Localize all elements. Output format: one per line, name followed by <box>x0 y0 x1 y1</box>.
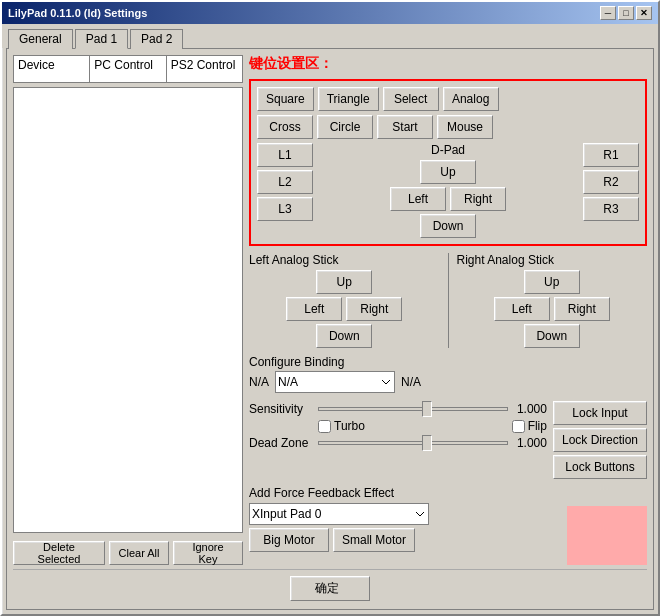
force-feedback-dropdown-row: XInput Pad 0 <box>249 503 559 525</box>
configure-binding-section: Configure Binding N/A N/A N/A <box>249 355 647 393</box>
right-analog-left-button[interactable]: Left <box>494 297 550 321</box>
left-analog-label: Left Analog Stick <box>249 253 338 267</box>
tab-bar: General Pad 1 Pad 2 <box>2 24 658 48</box>
pc-control-col-header: PC Control <box>90 56 166 82</box>
section-title: 键位设置区： <box>249 55 647 73</box>
ps2-control-col-header: PS2 Control <box>167 56 242 82</box>
flip-label: Flip <box>528 419 547 433</box>
motor-buttons-row: Big Motor Small Motor <box>249 528 559 552</box>
clear-all-button[interactable]: Clear All <box>109 541 169 565</box>
tab-pad2[interactable]: Pad 2 <box>130 29 183 49</box>
left-analog-up-row: Up <box>249 270 440 294</box>
minimize-button[interactable]: ─ <box>600 6 616 20</box>
lock-input-button[interactable]: Lock Input <box>553 401 647 425</box>
cross-button[interactable]: Cross <box>257 115 313 139</box>
dpad-down-button[interactable]: Down <box>420 214 476 238</box>
l3-button[interactable]: L3 <box>257 197 313 221</box>
tab-pad1[interactable]: Pad 1 <box>75 29 128 49</box>
start-button[interactable]: Start <box>377 115 433 139</box>
lock-buttons-section: Lock Input Lock Direction Lock Buttons <box>553 401 647 479</box>
window-controls: ─ □ ✕ <box>600 6 652 20</box>
sensitivity-thumb[interactable] <box>422 401 432 417</box>
sliders-section: Sensitivity 1.000 Tu <box>249 401 547 453</box>
dpad-left-button[interactable]: Left <box>390 187 446 211</box>
deadzone-thumb[interactable] <box>422 435 432 451</box>
device-list <box>13 87 243 533</box>
footer-buttons: Delete Selected Clear All Ignore Key <box>13 541 243 565</box>
left-analog-down-button[interactable]: Down <box>316 324 372 348</box>
circle-button[interactable]: Circle <box>317 115 373 139</box>
lock-buttons-button[interactable]: Lock Buttons <box>553 455 647 479</box>
main-row: Device PC Control PS2 Control Delete Sel… <box>13 55 647 565</box>
right-analog-right-button[interactable]: Right <box>554 297 610 321</box>
l1-button[interactable]: L1 <box>257 143 313 167</box>
dpad-label: D-Pad <box>431 143 465 157</box>
dpad-up-button[interactable]: Up <box>420 160 476 184</box>
right-analog-up-row: Up <box>457 270 648 294</box>
analog-button[interactable]: Analog <box>443 87 499 111</box>
left-panel: Device PC Control PS2 Control Delete Sel… <box>13 55 243 565</box>
pink-area <box>567 506 647 565</box>
r1-button[interactable]: R1 <box>583 143 639 167</box>
dpad-lr: Left Right <box>390 187 506 211</box>
right-analog-stick: Right Analog Stick Up Left Right Down <box>457 253 648 348</box>
configure-binding-label: Configure Binding <box>249 355 647 369</box>
left-analog-up-button[interactable]: Up <box>316 270 372 294</box>
ignore-key-button[interactable]: Ignore Key <box>173 541 243 565</box>
btn-row-2: Cross Circle Start Mouse <box>257 115 639 139</box>
flip-checkbox[interactable] <box>512 420 525 433</box>
deadzone-label: Dead Zone <box>249 436 314 450</box>
r-buttons: R1 R2 R3 <box>583 143 639 221</box>
maximize-button[interactable]: □ <box>618 6 634 20</box>
binding-dropdown[interactable]: N/A <box>275 371 395 393</box>
deadzone-slider-track <box>318 435 508 451</box>
turbo-checkbox-label[interactable]: Turbo <box>318 419 365 433</box>
r3-button[interactable]: R3 <box>583 197 639 221</box>
force-feedback-dropdown[interactable]: XInput Pad 0 <box>249 503 429 525</box>
window-title: LilyPad 0.11.0 (ld) Settings <box>8 7 147 19</box>
mouse-button[interactable]: Mouse <box>437 115 493 139</box>
right-analog-down-button[interactable]: Down <box>524 324 580 348</box>
confirm-button[interactable]: 确定 <box>290 576 370 601</box>
sliders-and-lock: Sensitivity 1.000 Tu <box>249 401 647 479</box>
footer-confirm: 确定 <box>13 569 647 603</box>
sensitivity-label: Sensitivity <box>249 402 314 416</box>
force-feedback-label: Add Force Feedback Effect <box>249 486 559 500</box>
big-motor-button[interactable]: Big Motor <box>249 528 329 552</box>
button-grid-area: Square Triangle Select Analog Cross Circ… <box>249 79 647 246</box>
square-button[interactable]: Square <box>257 87 314 111</box>
turbo-flip-row: Turbo Flip <box>249 419 547 433</box>
title-bar: LilyPad 0.11.0 (ld) Settings ─ □ ✕ <box>2 2 658 24</box>
sensitivity-row: Sensitivity 1.000 <box>249 401 547 417</box>
delete-selected-button[interactable]: Delete Selected <box>13 541 105 565</box>
triangle-button[interactable]: Triangle <box>318 87 379 111</box>
select-button[interactable]: Select <box>383 87 439 111</box>
lock-direction-button[interactable]: Lock Direction <box>553 428 647 452</box>
left-analog-down-row: Down <box>249 324 440 348</box>
left-analog-left-button[interactable]: Left <box>286 297 342 321</box>
analog-sticks-row: Left Analog Stick Up Left Right Down <box>249 253 647 348</box>
deadzone-track <box>318 441 508 445</box>
btn-row-1: Square Triangle Select Analog <box>257 87 639 111</box>
small-motor-button[interactable]: Small Motor <box>333 528 415 552</box>
dpad-right-button[interactable]: Right <box>450 187 506 211</box>
flip-checkbox-label[interactable]: Flip <box>512 419 547 433</box>
l2-button[interactable]: L2 <box>257 170 313 194</box>
deadzone-value: 1.000 <box>512 436 547 450</box>
turbo-label: Turbo <box>334 419 365 433</box>
r2-button[interactable]: R2 <box>583 170 639 194</box>
sensitivity-slider-track <box>318 401 508 417</box>
right-analog-label: Right Analog Stick <box>457 253 554 267</box>
tab-general[interactable]: General <box>8 29 73 49</box>
right-analog-up-button[interactable]: Up <box>524 270 580 294</box>
binding-val1: N/A <box>249 375 269 389</box>
force-feedback-section: Add Force Feedback Effect XInput Pad 0 B… <box>249 486 647 565</box>
turbo-checkbox[interactable] <box>318 420 331 433</box>
close-button[interactable]: ✕ <box>636 6 652 20</box>
right-analog-down-row: Down <box>457 324 648 348</box>
content-area: Device PC Control PS2 Control Delete Sel… <box>6 48 654 610</box>
l-buttons: L1 L2 L3 <box>257 143 313 221</box>
device-col-header: Device <box>14 56 90 82</box>
left-analog-right-button[interactable]: Right <box>346 297 402 321</box>
analog-divider <box>448 253 449 348</box>
